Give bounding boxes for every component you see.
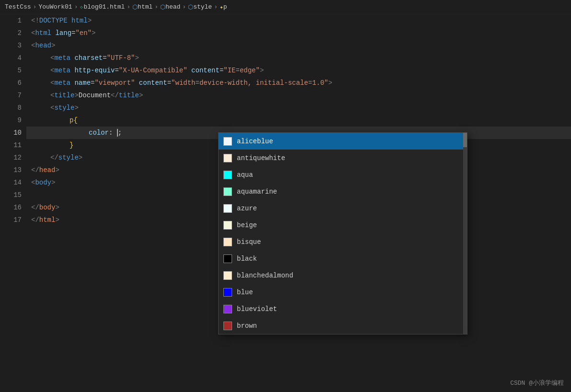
autocomplete-scrollbar-thumb <box>463 133 467 147</box>
color-swatch-aqua <box>223 171 232 179</box>
color-swatch-black <box>223 254 232 263</box>
watermark: CSDN @小浪学编程 <box>510 379 564 387</box>
bc-html-tag[interactable]: html <box>138 3 152 11</box>
line-num-8: 8 <box>0 102 22 114</box>
ac-item-black[interactable]: black <box>219 250 467 267</box>
code-line-6: <meta name="viewport" content="width=dev… <box>26 77 571 89</box>
color-swatch-aquamarine <box>223 187 232 196</box>
ac-item-beige[interactable]: beige <box>219 217 467 233</box>
ac-label-blue: blue <box>237 288 253 296</box>
line-num-9: 9 <box>0 114 22 127</box>
line-num-14: 14 <box>0 176 22 189</box>
line-num-16: 16 <box>0 201 22 214</box>
bracket: <! <box>31 17 39 24</box>
line-numbers: 1 2 3 4 5 6 7 8 9 10 11 12 13 14 15 16 1… <box>0 14 26 392</box>
ac-item-blanchedalmond[interactable]: blanchedalmond <box>219 267 467 284</box>
ac-item-aquamarine[interactable]: aquamarine <box>219 183 467 200</box>
ac-item-aliceblue[interactable]: aliceblue <box>219 133 467 150</box>
breadcrumb: TestCss › YouWork01 › ⬦ blog01.html › ⬡ … <box>0 0 571 14</box>
ac-label-aqua: aqua <box>237 171 253 179</box>
doctype-keyword: DOCTYPE html <box>39 17 88 24</box>
ac-label-aliceblue: aliceblue <box>237 138 273 145</box>
code-line-7: <title>Document</title> <box>26 89 571 102</box>
ac-label-blanchedalmond: blanchedalmond <box>237 272 293 279</box>
ac-item-blueviolet[interactable]: blueviolet <box>219 300 467 317</box>
bc-file[interactable]: blog01.html <box>83 3 125 11</box>
ac-item-antiquewhite[interactable]: antiquewhite <box>219 150 467 166</box>
ac-label-bisque: bisque <box>237 238 261 246</box>
color-swatch-blueviolet <box>223 305 232 313</box>
line-num-3: 3 <box>0 39 22 52</box>
line-num-15: 15 <box>0 189 22 201</box>
bc-html-icon: ⬡ <box>132 3 138 11</box>
editor: 1 2 3 4 5 6 7 8 9 10 11 12 13 14 15 16 1… <box>0 14 571 392</box>
line-num-1: 1 <box>0 14 22 27</box>
bc-selector-icon: ✦ <box>220 3 223 11</box>
ac-label-aquamarine: aquamarine <box>237 188 277 196</box>
line-num-12: 12 <box>0 151 22 164</box>
code-line-4: <meta charset="UTF-8"> <box>26 52 571 64</box>
line-num-4: 4 <box>0 52 22 64</box>
color-swatch-aliceblue <box>223 137 232 146</box>
bc-head-tag[interactable]: head <box>165 3 180 11</box>
ac-label-beige: beige <box>237 221 257 229</box>
ac-label-azure: azure <box>237 205 257 212</box>
line-num-11: 11 <box>0 139 22 151</box>
bc-sep3: › <box>127 3 130 11</box>
color-swatch-blanchedalmond <box>223 271 232 280</box>
line-num-10: 10 <box>0 127 22 139</box>
line-num-6: 6 <box>0 77 22 89</box>
line-num-5: 5 <box>0 64 22 77</box>
bc-p-selector[interactable]: p <box>223 3 227 11</box>
bc-folder1[interactable]: TestCss <box>5 3 31 11</box>
code-area[interactable]: <!DOCTYPE html> <html lang="en"> <head> … <box>26 14 571 392</box>
code-line-3: <head> <box>26 39 571 52</box>
bc-sep4: › <box>154 3 158 11</box>
ac-label-brown: brown <box>237 322 257 330</box>
code-line-8: <style> <box>26 102 571 114</box>
code-line-1: <!DOCTYPE html> <box>26 14 571 27</box>
ac-label-black: black <box>237 255 257 263</box>
line-num-17: 17 <box>0 214 22 226</box>
color-swatch-blue <box>223 288 232 297</box>
bc-diamond-icon: ⬦ <box>80 3 83 11</box>
bc-sep1: › <box>33 3 37 11</box>
ac-label-blueviolet: blueviolet <box>237 305 277 313</box>
bc-head-icon: ⬡ <box>160 3 165 11</box>
line-num-13: 13 <box>0 164 22 176</box>
ac-label-antiquewhite: antiquewhite <box>237 154 285 162</box>
color-swatch-azure <box>223 204 232 213</box>
line-num-2: 2 <box>0 27 22 39</box>
color-swatch-brown <box>223 322 232 330</box>
bracket2: > <box>88 17 92 24</box>
bc-sep2: › <box>74 3 78 11</box>
autocomplete-scrollbar[interactable] <box>463 133 467 334</box>
bc-style-tag[interactable]: style <box>193 3 212 11</box>
code-line-5: <meta http-equiv="X-UA-Compatible" conte… <box>26 64 571 77</box>
bc-sep5: › <box>182 3 186 11</box>
ac-item-azure[interactable]: azure <box>219 200 467 217</box>
ac-item-brown[interactable]: brown <box>219 317 467 334</box>
ac-item-blue[interactable]: blue <box>219 284 467 300</box>
color-swatch-beige <box>223 221 232 230</box>
ac-item-aqua[interactable]: aqua <box>219 166 467 183</box>
bc-style-icon: ⬡ <box>188 3 193 11</box>
color-swatch-antiquewhite <box>223 154 232 162</box>
bc-sep6: › <box>214 3 218 11</box>
code-line-9: p{ <box>26 114 571 127</box>
autocomplete-dropdown[interactable]: aliceblue antiquewhite aqua aquamarine a… <box>218 132 467 334</box>
color-swatch-bisque <box>223 238 232 246</box>
line-num-7: 7 <box>0 89 22 102</box>
bc-folder2[interactable]: YouWork01 <box>38 3 72 11</box>
code-line-2: <html lang="en"> <box>26 27 571 39</box>
ac-item-bisque[interactable]: bisque <box>219 233 467 250</box>
